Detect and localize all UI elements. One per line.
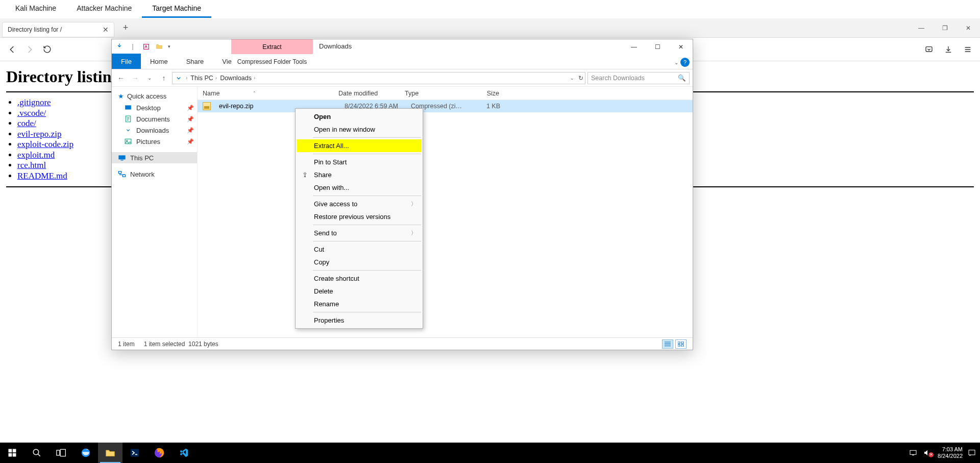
qat-properties-icon[interactable] [141, 42, 151, 51]
nav-network[interactable]: Network [112, 168, 197, 180]
explorer-up-button[interactable]: ↑ [158, 72, 170, 84]
this-pc-icon [118, 154, 126, 162]
browser-restore-button[interactable]: ❐ [933, 18, 957, 37]
ribbon-expand-icon[interactable]: ⌄ [674, 60, 678, 65]
listing-link[interactable]: code/ [17, 118, 36, 128]
explorer-minimize-button[interactable]: — [622, 39, 646, 55]
lab-tab-target[interactable]: Target Machine [142, 0, 211, 18]
breadcrumb-segment[interactable]: Downloads› [220, 75, 255, 82]
svg-rect-15 [13, 449, 16, 453]
svg-rect-0 [926, 46, 932, 51]
reload-button[interactable] [42, 44, 52, 55]
listing-link[interactable]: exploit.md [17, 150, 55, 160]
nav-downloads[interactable]: Downloads📌 [112, 125, 197, 136]
listing-link[interactable]: .vscode/ [17, 108, 46, 118]
nav-this-pc[interactable]: This PC [112, 152, 197, 163]
browser-close-button[interactable]: ✕ [957, 18, 980, 37]
explorer-back-button[interactable]: ← [115, 72, 127, 84]
ctx-delete[interactable]: Delete [297, 285, 422, 298]
qat-download-icon[interactable] [115, 42, 124, 51]
forward-button[interactable] [24, 44, 35, 55]
taskbar-vscode[interactable] [172, 443, 196, 463]
start-button[interactable] [0, 443, 24, 463]
ribbon-tab-file[interactable]: File [112, 54, 141, 69]
ctx-give-access[interactable]: Give access to〉 [297, 198, 422, 210]
nav-quick-access[interactable]: ★ Quick access [112, 90, 197, 102]
taskbar: ✕ 7:03 AM 8/24/2022 [0, 443, 980, 463]
explorer-search-input[interactable]: Search Downloads 🔍 [587, 72, 690, 84]
qat-newfolder-icon[interactable] [155, 42, 164, 51]
col-header-type[interactable]: Type [400, 90, 463, 97]
icons-view-button[interactable] [675, 339, 687, 349]
ctx-open-with[interactable]: Open with... [297, 181, 422, 194]
chevron-right-icon: 〉 [411, 229, 416, 237]
menu-icon[interactable] [963, 44, 973, 55]
col-header-date[interactable]: Date modified [333, 90, 400, 97]
pin-icon: 📌 [187, 138, 194, 145]
ctx-share[interactable]: ⇪Share [297, 168, 422, 181]
pocket-icon[interactable] [924, 44, 934, 55]
listing-link[interactable]: .gitignore [17, 98, 51, 107]
help-icon[interactable]: ? [680, 58, 690, 67]
task-view-button[interactable] [49, 443, 74, 463]
taskbar-clock[interactable]: 7:03 AM 8/24/2022 [938, 446, 963, 459]
ctx-open[interactable]: Open [297, 110, 422, 123]
details-view-button[interactable] [662, 339, 673, 349]
taskbar-firefox[interactable] [147, 443, 172, 463]
col-header-name[interactable]: Name˄ [198, 90, 333, 97]
listing-link[interactable]: README.md [17, 171, 67, 181]
explorer-close-button[interactable]: ✕ [669, 39, 693, 55]
status-item-count: 1 item [118, 340, 135, 348]
downloads-icon[interactable] [943, 44, 953, 55]
explorer-forward-button[interactable]: → [129, 72, 141, 84]
ctx-properties[interactable]: Properties [297, 314, 422, 327]
ctx-extract-all[interactable]: Extract All... [297, 139, 422, 152]
ctx-open-new-window[interactable]: Open in new window [297, 123, 422, 136]
new-tab-button[interactable]: + [118, 22, 133, 33]
contextual-tab-extract[interactable]: Extract [231, 39, 313, 54]
ctx-rename[interactable]: Rename [297, 298, 422, 310]
browser-minimize-button[interactable]: — [910, 18, 933, 37]
address-bar[interactable]: › This PC› Downloads› ⌄ ↻ [172, 72, 585, 84]
action-center-icon[interactable] [968, 449, 977, 457]
ctx-restore-versions[interactable]: Restore previous versions [297, 210, 422, 223]
refresh-icon[interactable]: ↻ [578, 75, 583, 82]
nav-desktop[interactable]: Desktop📌 [112, 102, 197, 113]
listing-link[interactable]: evil-repo.zip [17, 129, 61, 139]
ctx-cut[interactable]: Cut [297, 243, 422, 256]
lab-tab-attacker[interactable]: Attacker Machine [66, 0, 142, 18]
ctx-copy[interactable]: Copy [297, 256, 422, 269]
back-button[interactable] [7, 44, 17, 55]
taskbar-explorer[interactable] [98, 443, 122, 463]
taskbar-time: 7:03 AM [938, 446, 963, 453]
lab-tab-kali[interactable]: Kali Machine [5, 0, 66, 18]
listing-link[interactable]: exploit-code.zip [17, 139, 74, 149]
ctx-pin-start[interactable]: Pin to Start [297, 156, 422, 168]
svg-rect-12 [678, 345, 680, 347]
search-button[interactable] [24, 443, 49, 463]
svg-rect-13 [681, 345, 683, 347]
file-row[interactable]: evil-repo.zip 8/24/2022 6:59 AM Compress… [198, 100, 693, 112]
ribbon-tab-share[interactable]: Share [177, 54, 213, 69]
nav-pictures[interactable]: Pictures📌 [112, 136, 197, 147]
svg-point-18 [33, 449, 39, 455]
col-header-size[interactable]: Size [463, 90, 504, 97]
qat-customize-icon[interactable]: ▾ [168, 44, 170, 49]
ctx-send-to[interactable]: Send to〉 [297, 227, 422, 239]
svg-rect-19 [57, 450, 60, 455]
tray-network-icon[interactable] [909, 449, 918, 456]
browser-tab[interactable]: Directory listing for / ✕ [2, 22, 114, 37]
close-tab-icon[interactable]: ✕ [103, 26, 109, 34]
ctx-create-shortcut[interactable]: Create shortcut [297, 272, 422, 285]
listing-link[interactable]: rce.html [17, 160, 46, 170]
taskbar-ie[interactable] [74, 443, 98, 463]
taskbar-powershell[interactable] [122, 443, 147, 463]
ribbon-tab-home[interactable]: Home [141, 54, 177, 69]
tray-volume-icon[interactable]: ✕ [923, 449, 933, 456]
explorer-maximize-button[interactable]: ☐ [646, 39, 669, 55]
nav-documents[interactable]: Documents📌 [112, 113, 197, 125]
browser-window-controls: — ❐ ✕ [910, 18, 980, 37]
breadcrumb-segment[interactable]: This PC› [190, 75, 217, 82]
explorer-recent-button[interactable]: ⌄ [143, 72, 156, 84]
addr-dropdown-icon[interactable]: ⌄ [570, 76, 574, 81]
